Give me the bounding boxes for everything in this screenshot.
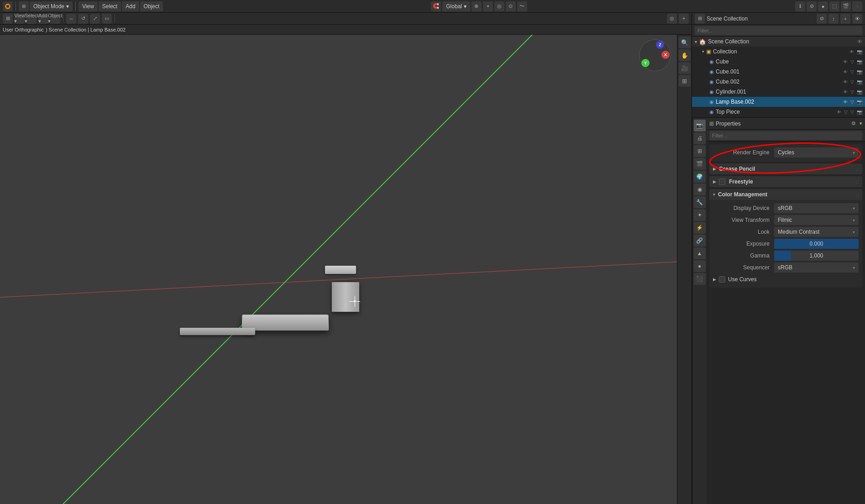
outliner-filter-icon[interactable]: ⊘ bbox=[817, 14, 827, 24]
transform-orient-icon[interactable]: ⊕ bbox=[472, 1, 482, 11]
render-icon[interactable]: 🎬 bbox=[841, 1, 851, 11]
vis-icon-cube: 👁 bbox=[843, 59, 848, 64]
physics-tab[interactable]: ⚡ bbox=[694, 222, 706, 234]
header-sep bbox=[63, 15, 63, 23]
viewport-header: ⊞ View ▾ Select ▾ Add ▾ Object ▾ ↔ ↺ ⤢ ▭… bbox=[0, 13, 692, 25]
camera-icon[interactable]: 🎥 bbox=[679, 62, 691, 74]
gamma-field[interactable]: 1.000 bbox=[774, 251, 859, 261]
viewport-shade-icon[interactable]: ● bbox=[818, 1, 828, 11]
exposure-field[interactable]: 0.000 bbox=[774, 239, 859, 249]
output-props-tab[interactable]: 🖨 bbox=[694, 132, 706, 144]
grease-pencil-header[interactable]: ▶ Grease Pencil :: bbox=[709, 163, 862, 174]
info-icon[interactable]: ℹ bbox=[795, 1, 805, 11]
nav-y-dot[interactable]: Y bbox=[641, 59, 650, 67]
scale-mode-icon[interactable]: ⤢ bbox=[90, 14, 100, 24]
render-engine-panel: Render Engine Cycles bbox=[709, 144, 862, 162]
material-tab[interactable]: ● bbox=[694, 260, 706, 272]
select-box-icon[interactable]: ▭ bbox=[102, 14, 112, 24]
outliner-item-collection[interactable]: ▾ ▣ Collection 👁 📷 bbox=[692, 47, 865, 57]
render-engine-label: Render Engine bbox=[713, 149, 772, 156]
render-props-tab[interactable]: 📷 bbox=[694, 120, 706, 131]
particles-tab[interactable]: ✦ bbox=[694, 209, 706, 221]
nav-z-dot[interactable]: Z bbox=[656, 41, 664, 49]
viewport-view-dropdown[interactable]: View ▾ bbox=[15, 14, 25, 24]
props-options-icon[interactable]: ⚙ bbox=[851, 121, 856, 126]
data-tab[interactable]: ▲ bbox=[694, 247, 706, 259]
color-management-header[interactable]: ▾ Color Management :: bbox=[709, 189, 862, 200]
outliner-menu-icon[interactable]: ⊞ bbox=[695, 14, 705, 24]
object-tab[interactable]: ◉ bbox=[694, 184, 706, 195]
outliner-new-icon[interactable]: + bbox=[840, 14, 850, 24]
snap-toggle-icon[interactable]: ⌖ bbox=[679, 14, 689, 24]
zoom-icon[interactable]: 🔍 bbox=[679, 37, 691, 48]
object-menu[interactable]: Object bbox=[140, 1, 163, 11]
modifier-tab[interactable]: 🔧 bbox=[694, 196, 706, 208]
outliner: ⊞ Scene Collection ⊘ ↕ + 👁 ▾ 🏠 Scene Col… bbox=[692, 13, 865, 118]
outliner-item-cylinder001[interactable]: ◉ Cylinder.001 👁 ▽ 📷 bbox=[692, 87, 865, 97]
sequencer-dropdown[interactable]: sRGB bbox=[774, 262, 859, 273]
view-layer-tab[interactable]: ⊞ bbox=[694, 145, 706, 157]
props-search-input[interactable] bbox=[709, 131, 862, 140]
viewport-select-dropdown[interactable]: Select ▾ bbox=[26, 14, 37, 24]
display-device-dropdown[interactable]: sRGB bbox=[774, 203, 859, 213]
view-dot-icon[interactable]: · bbox=[852, 1, 862, 11]
right-tools: ℹ ⊘ ● ⬚ 🎬 · bbox=[795, 1, 862, 11]
viewport-add-dropdown[interactable]: Add ▾ bbox=[38, 14, 48, 24]
display-device-label: Display Device bbox=[713, 205, 772, 211]
mode-icon[interactable]: ⊞ bbox=[19, 1, 29, 11]
texture-tab[interactable]: ⬛ bbox=[694, 273, 706, 285]
props-collapse-icon[interactable]: ▾ bbox=[860, 121, 862, 126]
scene-collection-row[interactable]: ▾ 🏠 Scene Collection 👁 bbox=[692, 37, 865, 47]
freestyle-checkbox[interactable] bbox=[719, 178, 725, 185]
object-mode-dropdown[interactable]: Object Mode ▾ bbox=[30, 1, 73, 11]
viewport-3d[interactable]: Z Y X 🔍 ✋ 🎥 ⊞ bbox=[0, 35, 692, 504]
nav-x-dot[interactable]: X bbox=[661, 51, 670, 59]
blender-logo[interactable] bbox=[3, 1, 13, 11]
viewport-object-dropdown[interactable]: Object ▾ bbox=[50, 14, 60, 24]
separator-2 bbox=[75, 2, 76, 11]
outliner-item-lampbase002[interactable]: ◉ Lamp Base.002 👁 ▽ 📷 bbox=[692, 97, 865, 107]
proportional-edit-icon[interactable]: ◎ bbox=[667, 14, 677, 24]
collection-icon: ▣ bbox=[706, 48, 711, 55]
select-menu[interactable]: Select bbox=[99, 1, 121, 11]
add-menu[interactable]: Add bbox=[122, 1, 139, 11]
use-curves-label: Use Curves bbox=[728, 276, 757, 283]
outliner-item-toppiece[interactable]: ◉ Top Piece 👁 ▽ ▽ 📷 bbox=[692, 107, 865, 117]
outliner-sort-icon[interactable]: ↕ bbox=[828, 14, 839, 24]
grid-icon[interactable]: ⊞ bbox=[679, 75, 691, 87]
rotate-mode-icon[interactable]: ↺ bbox=[78, 14, 88, 24]
viewport-canvas: Z Y X bbox=[0, 35, 692, 504]
render-engine-dropdown[interactable]: Cycles bbox=[774, 147, 859, 158]
overlay-icon[interactable]: ⊘ bbox=[807, 1, 817, 11]
freestyle-header[interactable]: ▶ Freestyle :: bbox=[709, 176, 862, 187]
use-curves-checkbox[interactable] bbox=[719, 276, 725, 283]
outliner-item-cube[interactable]: ◉ Cube 👁 ▽ 📷 bbox=[692, 57, 865, 67]
constraints-tab[interactable]: 🔗 bbox=[694, 235, 706, 247]
outliner-eye-all[interactable]: 👁 bbox=[852, 14, 862, 24]
hand-icon[interactable]: ✋ bbox=[679, 49, 691, 61]
view-menu[interactable]: View bbox=[79, 1, 98, 11]
snap-magnet-icon[interactable]: 🧲 bbox=[431, 1, 441, 11]
scene-tab[interactable]: 🎬 bbox=[694, 158, 706, 170]
pivot-icon[interactable]: ⊙ bbox=[506, 1, 516, 11]
world-tab[interactable]: 🌍 bbox=[694, 171, 706, 183]
grease-pencil-handle: :: bbox=[856, 166, 859, 172]
use-curves-row: ▶ Use Curves bbox=[713, 274, 859, 285]
outliner-search[interactable] bbox=[695, 26, 862, 35]
transform-dropdown[interactable]: Global ▾ bbox=[442, 1, 470, 11]
fcurve-icon[interactable]: 〜 bbox=[517, 1, 527, 11]
snap-icon[interactable]: ⌖ bbox=[483, 1, 493, 11]
grease-pencil-expand: ▶ bbox=[713, 167, 716, 171]
transform-mode-icon[interactable]: ↔ bbox=[66, 14, 76, 24]
look-dropdown[interactable]: Medium Contrast bbox=[774, 227, 859, 237]
props-search-bar bbox=[707, 130, 865, 142]
props-main: 📷 🖨 ⊞ 🎬 🌍 ◉ 🔧 ✦ ⚡ 🔗 ▲ ● ⬛ bbox=[692, 118, 865, 504]
grease-pencil-title: Grease Pencil bbox=[719, 166, 755, 172]
proportional-icon[interactable]: ◎ bbox=[494, 1, 504, 11]
view-transform-dropdown[interactable]: Filmic bbox=[774, 215, 859, 225]
viewport-menu-icon[interactable]: ⊞ bbox=[3, 14, 13, 24]
navigation-gizmo[interactable]: Z Y X bbox=[639, 39, 671, 71]
outliner-item-cube001[interactable]: ◉ Cube.001 👁 ▽ 📷 bbox=[692, 67, 865, 77]
workspace-icon[interactable]: ⬚ bbox=[829, 1, 839, 11]
outliner-item-cube002[interactable]: ◉ Cube.002 👁 ▽ 📷 bbox=[692, 77, 865, 87]
